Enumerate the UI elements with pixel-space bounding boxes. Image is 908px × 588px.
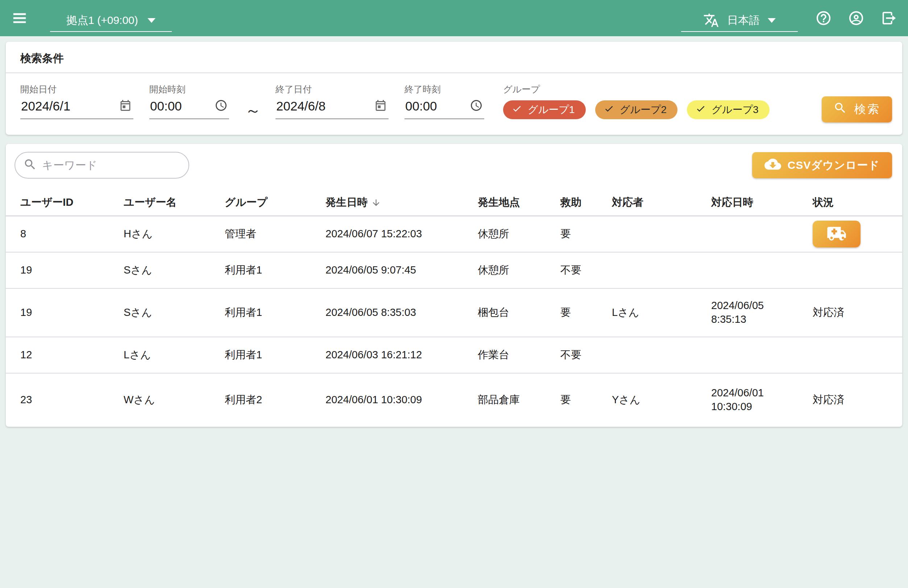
cell-location: 休憩所 xyxy=(472,227,555,241)
account-icon[interactable] xyxy=(848,10,865,26)
ambulance-icon xyxy=(826,223,847,245)
group-chip-1[interactable]: グループ1 xyxy=(503,100,586,119)
cell-group: 利用者1 xyxy=(219,348,320,362)
column-header-9[interactable]: 状況 xyxy=(807,195,894,210)
check-icon xyxy=(604,104,614,116)
start-date-input[interactable]: 2024/6/1 xyxy=(20,98,134,119)
chevron-down-icon xyxy=(768,18,776,23)
keyword-input[interactable] xyxy=(42,159,180,171)
site-selector[interactable]: 拠点1 (+09:00) xyxy=(50,10,172,32)
cell-location: 作業台 xyxy=(472,348,555,362)
column-header-1[interactable]: ユーザーID xyxy=(14,195,118,210)
search-icon xyxy=(833,101,847,118)
table-header-row: ユーザーIDユーザー名グループ発生日時 発生地点救助対応者対応日時状況 xyxy=(6,190,902,216)
cell-user-name: Sさん xyxy=(118,263,219,277)
cell-responded-at: 2024/06/05 8:35:13 xyxy=(705,299,783,326)
table-row: 19 Sさん 利用者1 2024/06/05 8:35:03 梱包台 要 Lさん… xyxy=(6,289,902,337)
end-date-label: 終了日付 xyxy=(275,84,389,95)
end-date-input[interactable]: 2024/6/8 xyxy=(275,98,389,119)
cell-occurred-at: 2024/06/01 10:30:09 xyxy=(320,393,472,407)
cell-rescue: 要 xyxy=(555,393,606,407)
column-header-5[interactable]: 発生地点 xyxy=(472,195,555,210)
column-header-6[interactable]: 救助 xyxy=(555,195,606,210)
emergency-dispatch-button[interactable] xyxy=(813,221,861,247)
cell-user-name: Wさん xyxy=(118,393,219,407)
clock-icon[interactable] xyxy=(470,99,483,113)
language-selector-value: 日本語 xyxy=(727,13,760,28)
end-time-value: 00:00 xyxy=(405,99,437,113)
cell-rescue: 不要 xyxy=(555,263,606,277)
column-header-4[interactable]: 発生日時 xyxy=(320,195,472,210)
column-header-label: 状況 xyxy=(813,195,834,210)
clock-icon[interactable] xyxy=(214,99,228,113)
cell-responder: Lさん xyxy=(606,306,705,320)
cell-rescue: 要 xyxy=(555,306,606,320)
cell-occurred-at: 2024/06/05 8:35:03 xyxy=(320,306,472,320)
cell-user-id: 19 xyxy=(14,263,118,277)
end-time-input[interactable]: 00:00 xyxy=(404,98,484,119)
csv-download-button[interactable]: CSVダウンロード xyxy=(752,152,892,178)
group-chip-2[interactable]: グループ2 xyxy=(595,100,678,119)
group-chip-label: グループ3 xyxy=(712,103,759,117)
column-header-label: 発生地点 xyxy=(478,195,520,210)
help-icon[interactable] xyxy=(815,10,832,26)
cell-rescue: 要 xyxy=(555,227,606,241)
group-chips: グループ1 グループ2 グループ3 xyxy=(503,100,770,119)
column-header-label: ユーザーID xyxy=(20,195,73,210)
calendar-icon[interactable] xyxy=(119,99,132,113)
keyword-search-box[interactable] xyxy=(14,152,189,178)
site-selector-value: 拠点1 (+09:00) xyxy=(66,13,138,28)
column-header-7[interactable]: 対応者 xyxy=(606,195,705,210)
check-icon xyxy=(695,104,706,116)
csv-button-label: CSVダウンロード xyxy=(788,158,880,173)
group-label: グループ xyxy=(503,84,770,95)
cell-user-id: 8 xyxy=(14,227,118,241)
start-time-field: 開始時刻 00:00 xyxy=(149,84,229,119)
cell-group: 利用者1 xyxy=(219,306,320,320)
start-time-value: 00:00 xyxy=(150,99,182,113)
search-fields-row: 開始日付 2024/6/1 開始時刻 00:00 ～ 終了日付 2024/6/8 xyxy=(6,73,902,135)
logout-icon[interactable] xyxy=(881,10,897,26)
search-conditions-panel: 検索条件 開始日付 2024/6/1 開始時刻 00:00 ～ 終了日付 xyxy=(6,42,902,135)
column-header-8[interactable]: 対応日時 xyxy=(705,195,807,210)
start-time-label: 開始時刻 xyxy=(149,84,229,95)
check-icon xyxy=(512,104,522,116)
language-selector[interactable]: 日本語 xyxy=(681,10,798,32)
group-chip-3[interactable]: グループ3 xyxy=(687,100,770,119)
sort-desc-icon xyxy=(371,198,381,207)
column-header-label: 発生日時 xyxy=(325,195,367,210)
start-date-value: 2024/6/1 xyxy=(21,99,70,113)
search-icon xyxy=(23,157,37,173)
table-row: 19 Sさん 利用者1 2024/06/05 9:07:45 休憩所 不要 xyxy=(6,252,902,289)
column-header-2[interactable]: ユーザー名 xyxy=(118,195,219,210)
end-time-field: 終了時刻 00:00 xyxy=(404,84,484,119)
cell-responder: Yさん xyxy=(606,393,705,407)
cell-group: 管理者 xyxy=(219,227,320,241)
cell-user-id: 12 xyxy=(14,348,118,362)
search-button[interactable]: 検索 xyxy=(822,96,892,122)
end-date-field: 終了日付 2024/6/8 xyxy=(275,84,389,119)
date-range-separator: ～ xyxy=(245,100,261,121)
cell-location: 部品倉庫 xyxy=(472,393,555,407)
results-panel: CSVダウンロード ユーザーIDユーザー名グループ発生日時 発生地点救助対応者対… xyxy=(6,144,902,427)
column-header-label: 対応日時 xyxy=(711,195,753,210)
cell-status xyxy=(807,221,894,247)
cloud-download-icon xyxy=(765,156,781,175)
cell-user-id: 23 xyxy=(14,393,118,407)
cell-group: 利用者1 xyxy=(219,263,320,277)
group-filter: グループ グループ1 グループ2 グループ3 xyxy=(503,84,770,119)
group-chip-label: グループ1 xyxy=(528,103,575,117)
cell-occurred-at: 2024/06/05 9:07:45 xyxy=(320,263,472,277)
start-date-field: 開始日付 2024/6/1 xyxy=(20,84,134,119)
column-header-3[interactable]: グループ xyxy=(219,195,320,210)
table-row: 12 Lさん 利用者1 2024/06/03 16:21:12 作業台 不要 xyxy=(6,337,902,374)
cell-user-id: 19 xyxy=(14,306,118,320)
calendar-icon[interactable] xyxy=(374,99,387,113)
cell-location: 休憩所 xyxy=(472,263,555,277)
menu-icon[interactable] xyxy=(11,10,28,27)
table-body: 8 Hさん 管理者 2024/06/07 15:22:03 休憩所 要 19 S… xyxy=(6,216,902,426)
start-time-input[interactable]: 00:00 xyxy=(149,98,229,119)
cell-status: 対応済 xyxy=(807,393,894,407)
cell-rescue: 不要 xyxy=(555,348,606,362)
app-header: 拠点1 (+09:00) 日本語 xyxy=(0,0,908,36)
